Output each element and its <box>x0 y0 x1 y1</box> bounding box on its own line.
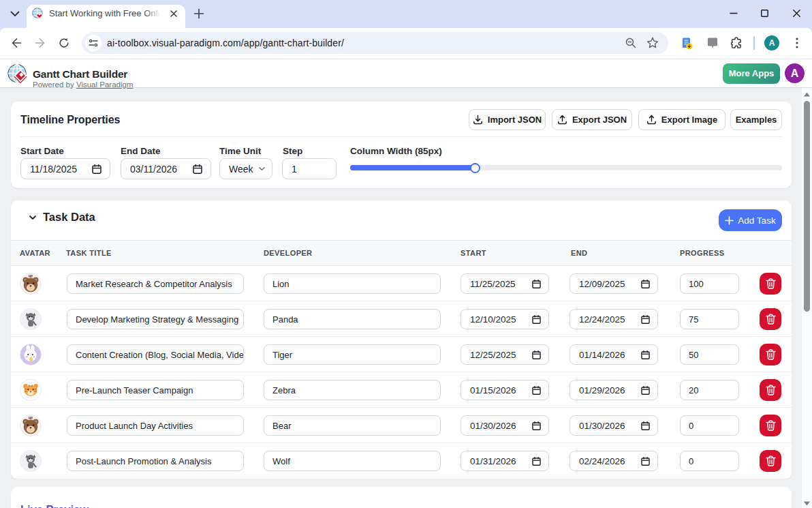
svg-text:HI!: HI! <box>29 275 33 278</box>
svg-text:HI!: HI! <box>29 417 33 420</box>
